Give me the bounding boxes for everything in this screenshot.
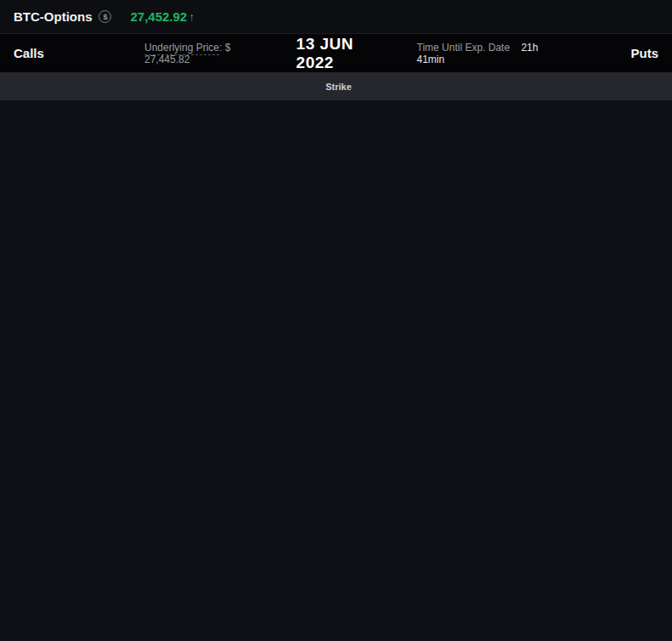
expiry-bar: Calls Underlying Price: $ 27,445.82 13 J…	[0, 34, 672, 72]
last-price: 27,452.92	[130, 9, 187, 24]
puts-section-label: Puts	[630, 46, 658, 60]
table-header: Strike	[0, 72, 672, 100]
options-chain-table	[0, 100, 672, 640]
strike-column-header: Strike	[312, 82, 365, 92]
instrument-title[interactable]: BTC-Options	[14, 9, 92, 24]
top-bar: BTC-Options $ 27,452.92 ↑	[0, 0, 672, 34]
calls-section-label: Calls	[14, 46, 44, 60]
expiry-date-tab[interactable]: 13 JUN 2022	[296, 35, 392, 72]
underlying-price[interactable]: Underlying Price: $ 27,445.82	[144, 42, 273, 65]
coin-icon: $	[99, 10, 111, 23]
time-until-exp-label: Time Until Exp. Date	[417, 42, 511, 54]
time-until-exp: Time Until Exp. Date 21h 41min	[417, 42, 562, 65]
price-up-arrow-icon: ↑	[189, 10, 195, 24]
